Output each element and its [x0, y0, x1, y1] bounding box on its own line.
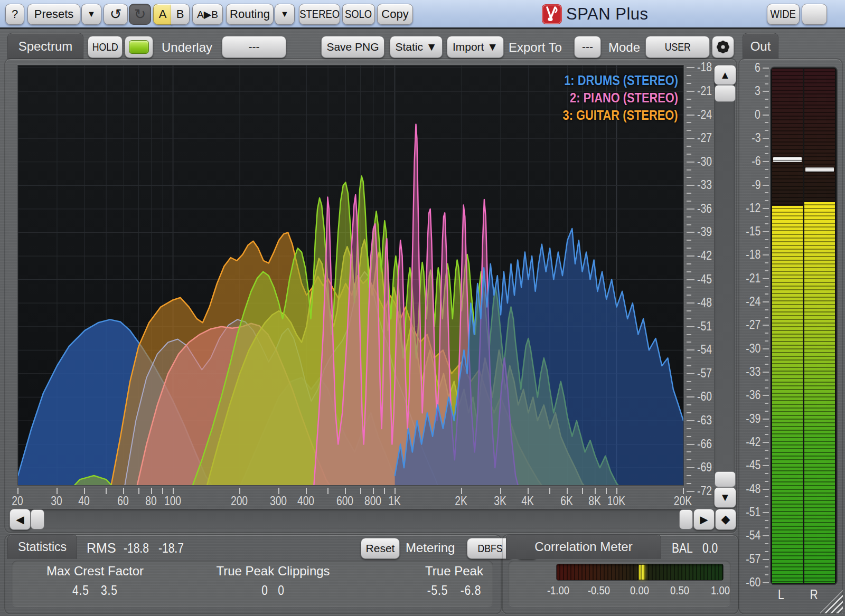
solo-button[interactable] [342, 4, 374, 24]
import-dropdown-button[interactable]: Import ▼ [447, 36, 504, 58]
meter-bar-r [804, 69, 835, 583]
crest-right-value: 3.5 [101, 583, 118, 598]
undo-button[interactable]: ↺ [104, 4, 128, 25]
export-to-label: Export To [509, 40, 562, 55]
ab-state-b-button[interactable]: B [171, 4, 190, 25]
freq-scrollbar-thumb-right[interactable] [679, 509, 693, 529]
db-scroll-up-button[interactable]: ▲ [714, 65, 736, 85]
out-level-meter[interactable] [770, 67, 838, 585]
meter-bar-l [772, 69, 803, 583]
true-peak-left-value: -5.5 [427, 583, 448, 598]
db-scrollbar-thumb-bottom[interactable] [715, 471, 736, 487]
db-scroll-down-button[interactable]: ▼ [714, 487, 736, 508]
clippings-left-value: 0 [261, 583, 268, 598]
spectrum-plot[interactable]: 1: DRUMS (STEREO)2: PIANO (STEREO)3: GUI… [17, 65, 684, 486]
triangle-down-icon: ▼ [720, 491, 730, 504]
spectrum-chart [18, 65, 683, 485]
bal-label: BAL [672, 541, 693, 556]
help-button[interactable]: ? [5, 4, 24, 25]
app-title: SPAN Plus [566, 5, 649, 24]
voxengo-logo-icon [542, 4, 562, 24]
legend-item-2: 3: GUITAR (STEREO) [541, 107, 678, 124]
legend-item-0: 1: DRUMS (STEREO) [541, 72, 678, 89]
presets-dropdown-button[interactable]: ▼ [81, 4, 101, 25]
clippings-right-value: 0 [278, 583, 285, 598]
legend-item-1: 2: PIANO (STEREO) [541, 89, 678, 107]
tab-out[interactable]: Out [743, 33, 778, 59]
freq-scroll-right-button[interactable]: ▶ [693, 509, 715, 530]
copy-a-to-b-button[interactable]: A▶B [192, 4, 223, 25]
rms-label: RMS [87, 541, 116, 556]
freq-scrollbar-track[interactable] [10, 509, 693, 529]
diamond-icon: ◆ [721, 513, 730, 526]
metering-label: Metering [406, 541, 455, 555]
spectrum-legend: 1: DRUMS (STEREO)2: PIANO (STEREO)3: GUI… [541, 72, 678, 124]
stat-true-peak: True Peak -5.5 -6.8 [388, 564, 520, 598]
freq-scrollbar-thumb-left[interactable] [31, 509, 44, 529]
routing-button[interactable]: Routing [226, 4, 274, 25]
routing-dropdown-button[interactable]: ▼ [275, 4, 295, 25]
hold-button[interactable]: HOLD [88, 36, 123, 58]
settings-button[interactable] [712, 36, 734, 58]
stat-true-peak-clippings: True Peak Clippings 0 0 [207, 564, 339, 598]
tab-correlation-meter[interactable]: Correlation Meter [506, 534, 661, 559]
mode-select-button[interactable]: USER [645, 36, 710, 58]
reset-button[interactable]: Reset [361, 538, 400, 559]
rms-left-value: -18.8 [124, 541, 149, 556]
wide-button[interactable] [767, 4, 799, 24]
tab-spectrum[interactable]: Spectrum [7, 33, 83, 59]
save-png-button[interactable]: Save PNG [321, 36, 384, 58]
freq-scroll-left-button[interactable]: ◀ [10, 509, 31, 530]
stereo-button[interactable] [299, 4, 339, 24]
true-peak-right-value: -6.8 [461, 583, 482, 598]
bal-value: 0.0 [702, 541, 718, 556]
title-bar: ? Presets ▼ ↺ ↻ A B A▶B Routing ▼ STEREO… [0, 0, 845, 29]
triangle-up-icon: ▲ [720, 69, 730, 81]
correlation-led-stripes [557, 564, 723, 580]
mode-label: Mode [608, 40, 640, 55]
triangle-left-icon: ◀ [16, 513, 24, 526]
db-scrollbar-track[interactable] [714, 65, 735, 485]
gear-icon [716, 40, 730, 54]
db-scrollbar-thumb[interactable] [715, 85, 736, 102]
stat-max-crest-factor: Max Crest Factor 4.5 3.5 [29, 564, 161, 598]
zoom-reset-button[interactable]: ◆ [715, 509, 736, 530]
underlay-select-button[interactable]: --- [222, 36, 286, 58]
copy-button[interactable]: Copy [377, 4, 413, 25]
static-dropdown-button[interactable]: Static ▼ [390, 36, 443, 58]
crest-left-value: 4.5 [72, 583, 89, 598]
export-to-button[interactable]: --- [574, 36, 601, 58]
underlay-label: Underlay [162, 40, 212, 55]
correlation-bar[interactable] [556, 564, 724, 581]
rms-right-value: -18.7 [158, 541, 184, 556]
spectrum-enable-led-button[interactable] [125, 36, 153, 58]
redo-button[interactable]: ↻ [129, 4, 151, 25]
presets-button[interactable]: Presets [27, 4, 80, 25]
ab-state-a-button[interactable]: A [153, 4, 172, 25]
menu-button[interactable] [802, 4, 827, 25]
triangle-right-icon: ▶ [700, 513, 708, 526]
green-led-icon [129, 40, 149, 54]
tab-statistics[interactable]: Statistics [7, 534, 77, 559]
